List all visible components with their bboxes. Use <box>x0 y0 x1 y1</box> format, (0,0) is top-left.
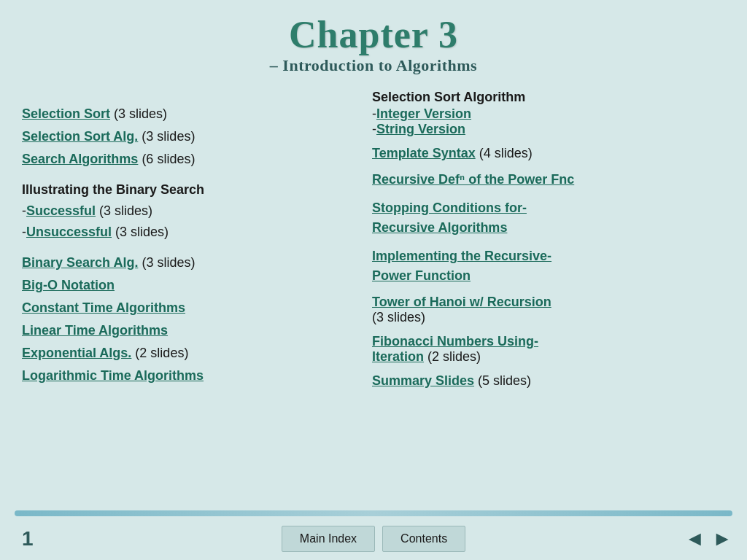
integer-version-line: -Integer Version <box>372 106 725 122</box>
list-item: Binary Search Alg. (3 slides) <box>22 253 357 273</box>
search-algorithms-link[interactable]: Search Algorithms <box>22 152 138 166</box>
fibonacci-suffix: (2 slides) <box>424 349 481 364</box>
footer: 1 Main Index Contents ◄ ► <box>0 518 747 560</box>
tower-of-hanoi-block: Tower of Hanoi w/ Recursion (3 slides) <box>372 295 725 325</box>
page-number: 1 <box>22 527 34 551</box>
implementing-block: Implementing the Recursive- Power Functi… <box>372 246 725 286</box>
integer-version-link[interactable]: Integer Version <box>376 106 471 121</box>
unsuccessful-suffix: (3 slides) <box>112 225 169 239</box>
left-column: Selection Sort (3 slides) Selection Sort… <box>22 90 357 505</box>
recursive-def-link[interactable]: Recursive Defⁿ of the Power Fnc <box>372 170 725 190</box>
right-column: Selection Sort Algorithm -Integer Versio… <box>357 90 725 505</box>
tower-of-hanoi-link[interactable]: Tower of Hanoi w/ Recursion <box>372 295 551 309</box>
illustrating-heading: Illustrating the Binary Search <box>22 182 357 198</box>
string-version-line: -String Version <box>372 122 725 137</box>
chapter-title: Chapter 3 <box>0 13 747 56</box>
template-syntax-block: Template Syntax (4 slides) <box>372 146 725 161</box>
template-syntax-link[interactable]: Template Syntax <box>372 146 476 160</box>
main-content: Selection Sort (3 slides) Selection Sort… <box>0 82 747 505</box>
list-item: Exponential Algs. (2 slides) <box>22 343 357 363</box>
list-item: Constant Time Algorithms <box>22 298 357 318</box>
successful-link[interactable]: Successful <box>26 203 96 218</box>
list-item: Search Algorithms (6 slides) <box>22 149 357 169</box>
list-item: Big-O Notation <box>22 276 357 295</box>
top-links-group: Selection Sort (3 slides) Selection Sort… <box>22 104 357 169</box>
bottom-links-group: Binary Search Alg. (3 slides) Big-O Nota… <box>22 253 357 386</box>
summary-suffix: (5 slides) <box>474 373 531 388</box>
list-item: Linear Time Algorithms <box>22 321 357 341</box>
search-algorithms-suffix: (6 slides) <box>138 152 195 166</box>
next-arrow[interactable]: ► <box>712 527 732 551</box>
selection-sort-link[interactable]: Selection Sort <box>22 106 110 121</box>
footer-buttons: Main Index Contents <box>282 526 465 552</box>
constant-time-link[interactable]: Constant Time Algorithms <box>22 300 185 315</box>
decorative-bar <box>15 510 732 516</box>
binary-search-alg-link[interactable]: Binary Search Alg. <box>22 255 138 270</box>
tower-suffix: (3 slides) <box>372 310 425 324</box>
illustrating-group: Illustrating the Binary Search -Successf… <box>22 182 357 243</box>
logarithmic-time-link[interactable]: Logarithmic Time Algorithms <box>22 368 204 383</box>
stopping-conditions-link[interactable]: Stopping Conditions for- Recursive Algor… <box>372 198 725 238</box>
selection-sort-suffix: (3 slides) <box>110 106 167 121</box>
main-index-button[interactable]: Main Index <box>282 526 375 552</box>
list-item: -Unsuccessful (3 slides) <box>22 222 357 243</box>
selection-sort-alg-link[interactable]: Selection Sort Alg. <box>22 129 138 144</box>
selection-sort-alg-suffix: (3 slides) <box>138 129 195 144</box>
big-o-notation-link[interactable]: Big-O Notation <box>22 278 115 292</box>
string-version-link[interactable]: String Version <box>376 122 465 136</box>
summary-slides-block: Summary Slides (5 slides) <box>372 373 725 389</box>
list-item: -Successful (3 slides) <box>22 201 357 222</box>
successful-suffix: (3 slides) <box>96 203 152 218</box>
implementing-link[interactable]: Implementing the Recursive- Power Functi… <box>372 246 725 286</box>
nav-arrows: ◄ ► <box>685 527 732 551</box>
list-item: Logarithmic Time Algorithms <box>22 366 357 386</box>
stopping-conditions-block: Stopping Conditions for- Recursive Algor… <box>372 198 725 238</box>
header: Chapter 3 – Introduction to Algorithms <box>0 0 747 82</box>
prev-arrow[interactable]: ◄ <box>685 527 705 551</box>
recursive-def-block: Recursive Defⁿ of the Power Fnc <box>372 170 725 190</box>
summary-slides-link[interactable]: Summary Slides <box>372 373 474 388</box>
template-syntax-suffix: (4 slides) <box>476 146 533 160</box>
selection-sort-algorithm-title: Selection Sort Algorithm <box>372 90 725 105</box>
exponential-algs-link[interactable]: Exponential Algs. <box>22 346 131 360</box>
fibonacci-block: Fibonacci Numbers Using- Iteration (2 sl… <box>372 334 725 365</box>
list-item: Selection Sort Alg. (3 slides) <box>22 127 357 147</box>
chapter-subtitle: – Introduction to Algorithms <box>0 56 747 75</box>
list-item: Selection Sort (3 slides) <box>22 104 357 124</box>
selection-sort-algorithm-block: Selection Sort Algorithm -Integer Versio… <box>372 90 725 137</box>
linear-time-link[interactable]: Linear Time Algorithms <box>22 323 168 338</box>
unsuccessful-link[interactable]: Unsuccessful <box>26 225 112 239</box>
contents-button[interactable]: Contents <box>382 526 465 552</box>
